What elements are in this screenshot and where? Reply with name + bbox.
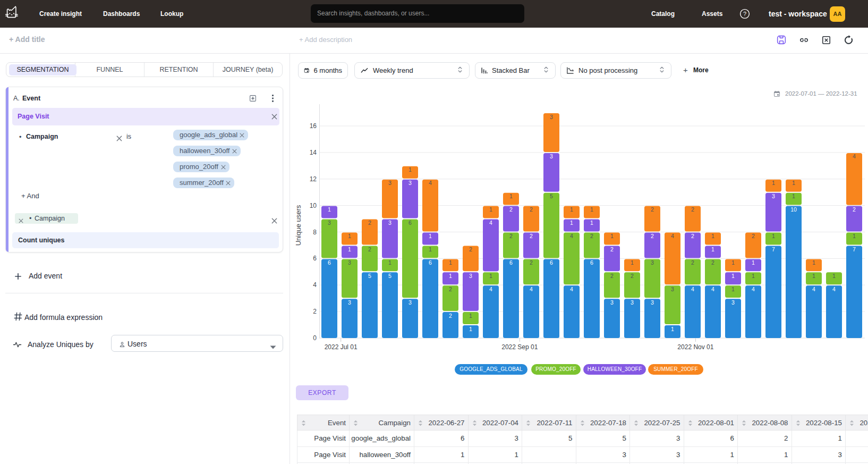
svg-text:16: 16 xyxy=(310,122,317,130)
svg-text:7: 7 xyxy=(853,246,856,252)
svg-text:1: 1 xyxy=(469,326,472,332)
svg-text:3: 3 xyxy=(651,259,654,266)
svg-text:2: 2 xyxy=(530,233,533,239)
svg-text:6: 6 xyxy=(429,259,432,266)
svg-text:1: 1 xyxy=(631,259,634,266)
svg-text:3: 3 xyxy=(731,299,735,306)
svg-text:1: 1 xyxy=(489,273,492,279)
svg-text:4: 4 xyxy=(832,286,836,292)
svg-text:1: 1 xyxy=(570,206,573,213)
svg-text:1: 1 xyxy=(489,206,492,213)
svg-text:2: 2 xyxy=(651,206,654,213)
svg-text:1: 1 xyxy=(711,246,714,252)
svg-text:1: 1 xyxy=(731,273,735,279)
svg-text:5: 5 xyxy=(550,193,553,199)
svg-text:3: 3 xyxy=(671,286,674,292)
svg-text:1: 1 xyxy=(429,246,432,252)
svg-text:4: 4 xyxy=(429,180,432,186)
svg-text:7: 7 xyxy=(772,246,775,252)
svg-text:5: 5 xyxy=(368,273,371,279)
svg-text:12: 12 xyxy=(310,175,317,183)
svg-text:1: 1 xyxy=(409,166,412,173)
svg-text:2: 2 xyxy=(610,273,614,279)
svg-text:1: 1 xyxy=(449,273,452,279)
svg-text:1: 1 xyxy=(509,193,513,199)
svg-text:3: 3 xyxy=(328,220,331,226)
svg-text:2022 Nov 01: 2022 Nov 01 xyxy=(677,343,713,351)
svg-text:1: 1 xyxy=(388,259,392,266)
svg-text:3: 3 xyxy=(409,180,412,186)
svg-text:1: 1 xyxy=(812,273,815,279)
svg-text:1: 1 xyxy=(853,233,856,239)
svg-text:1: 1 xyxy=(772,180,775,186)
svg-text:3: 3 xyxy=(550,114,553,120)
svg-text:4: 4 xyxy=(570,233,573,239)
svg-text:2: 2 xyxy=(368,246,371,252)
svg-text:1: 1 xyxy=(731,259,735,266)
svg-text:4: 4 xyxy=(752,286,755,292)
svg-text:2: 2 xyxy=(651,233,654,239)
svg-text:10: 10 xyxy=(790,206,797,213)
svg-text:1: 1 xyxy=(348,233,351,239)
svg-text:Unique users: Unique users xyxy=(294,205,302,246)
svg-text:3: 3 xyxy=(631,299,634,306)
svg-text:1: 1 xyxy=(731,286,735,292)
svg-text:3: 3 xyxy=(772,193,775,199)
svg-text:2: 2 xyxy=(530,206,533,213)
svg-text:4: 4 xyxy=(812,286,815,292)
svg-text:6: 6 xyxy=(313,255,317,262)
svg-text:2: 2 xyxy=(530,259,533,266)
svg-text:2: 2 xyxy=(711,259,714,266)
svg-text:2: 2 xyxy=(691,259,694,266)
svg-text:4: 4 xyxy=(691,286,694,292)
svg-text:1: 1 xyxy=(570,220,573,226)
svg-text:4: 4 xyxy=(530,286,533,292)
svg-text:2: 2 xyxy=(509,233,513,239)
svg-text:4: 4 xyxy=(853,153,856,159)
svg-text:1: 1 xyxy=(752,259,755,266)
svg-text:3: 3 xyxy=(409,299,412,306)
svg-text:0: 0 xyxy=(313,334,317,342)
svg-text:1: 1 xyxy=(590,206,593,213)
svg-text:2: 2 xyxy=(610,246,614,252)
svg-text:?: ? xyxy=(743,11,746,17)
svg-text:2: 2 xyxy=(691,233,694,239)
svg-text:14: 14 xyxy=(310,149,317,156)
svg-text:3: 3 xyxy=(610,299,614,306)
svg-text:1: 1 xyxy=(711,233,714,239)
svg-text:2022 Sep 01: 2022 Sep 01 xyxy=(501,343,538,351)
svg-text:2: 2 xyxy=(313,308,317,315)
svg-text:8: 8 xyxy=(313,229,317,236)
svg-text:1: 1 xyxy=(449,259,452,266)
svg-text:3: 3 xyxy=(550,153,553,159)
svg-text:1: 1 xyxy=(429,233,432,239)
svg-text:6: 6 xyxy=(409,220,412,226)
svg-text:3: 3 xyxy=(348,259,351,266)
svg-text:2: 2 xyxy=(449,313,452,319)
svg-text:3: 3 xyxy=(388,180,392,186)
svg-text:6: 6 xyxy=(550,259,553,266)
svg-text:2: 2 xyxy=(691,206,694,213)
svg-text:4: 4 xyxy=(570,286,573,292)
svg-text:2022 Jul 01: 2022 Jul 01 xyxy=(325,343,358,351)
svg-text:1: 1 xyxy=(348,246,351,252)
svg-text:4: 4 xyxy=(313,281,317,289)
svg-text:1: 1 xyxy=(671,326,674,332)
svg-text:1: 1 xyxy=(792,180,795,186)
svg-text:1: 1 xyxy=(812,259,815,266)
svg-text:2: 2 xyxy=(631,273,634,279)
svg-text:3: 3 xyxy=(388,220,392,226)
svg-text:4: 4 xyxy=(671,233,674,239)
svg-text:2: 2 xyxy=(509,206,513,213)
svg-text:1: 1 xyxy=(832,273,836,279)
svg-text:4: 4 xyxy=(489,286,492,292)
svg-text:2: 2 xyxy=(590,233,593,239)
svg-text:1: 1 xyxy=(610,233,614,239)
svg-text:5: 5 xyxy=(388,273,392,279)
svg-text:2: 2 xyxy=(752,233,755,239)
svg-text:2: 2 xyxy=(853,206,856,213)
svg-text:10: 10 xyxy=(310,202,317,209)
svg-text:1: 1 xyxy=(328,206,331,213)
svg-text:3: 3 xyxy=(348,299,351,306)
svg-text:1: 1 xyxy=(772,233,775,239)
